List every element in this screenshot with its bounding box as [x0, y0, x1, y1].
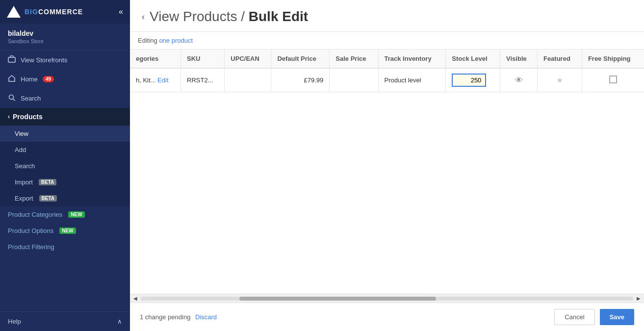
sidebar-item-options-label: Product Options — [8, 227, 53, 234]
col-default-price: Default Price — [271, 50, 330, 68]
stock-level-input[interactable] — [452, 74, 486, 87]
sidebar-item-add-label: Add — [15, 146, 26, 153]
hscroll-left-arrow[interactable]: ◀ — [132, 295, 139, 302]
sidebar-item-label-home: Home — [21, 76, 38, 83]
col-track-inventory: Track Inventory — [378, 50, 446, 68]
edit-link[interactable]: Edit — [157, 76, 168, 84]
store-name: Sandbox Store — [8, 38, 122, 44]
discard-link[interactable]: Discard — [195, 313, 217, 321]
sidebar-collapse-button[interactable]: « — [119, 7, 123, 16]
sidebar-item-product-categories[interactable]: Product Categories NEW — [0, 206, 130, 223]
editing-count: one product — [159, 37, 193, 44]
col-sku: SKU — [181, 50, 225, 68]
products-sub-items: View Add Search Import BETA Export BETA — [0, 126, 130, 206]
sidebar-item-export-label: Export — [15, 195, 33, 202]
categories-value: h, Kit... — [136, 76, 155, 84]
logo-triangle-icon — [7, 6, 21, 18]
table-container[interactable]: egories SKU UPC/EAN Default Price Sale P… — [130, 50, 644, 294]
sidebar: BIGCOMMERCE « bilaldev Sandbox Store Vie… — [0, 0, 130, 331]
options-new-badge: NEW — [59, 228, 76, 234]
cell-upc — [225, 68, 271, 92]
sidebar-item-home[interactable]: Home 49 — [0, 70, 130, 89]
products-section-label: Products — [13, 113, 43, 121]
logo-area: BIGCOMMERCE — [7, 6, 83, 18]
svg-rect-0 — [8, 57, 15, 62]
sidebar-item-label-storefronts: View Storefronts — [21, 56, 67, 64]
export-beta-badge: BETA — [39, 195, 57, 202]
page-title-part2: Bulk Edit — [249, 9, 308, 24]
main-content: ‹ View Products / Bulk Edit Editing one … — [130, 0, 644, 331]
sidebar-item-search[interactable]: Search — [0, 89, 130, 108]
sidebar-bottom: Help ∧ — [0, 311, 130, 331]
sidebar-item-search-products[interactable]: Search — [0, 158, 130, 174]
back-button[interactable]: ‹ — [142, 12, 145, 22]
page-title-part1: View Products / — [150, 9, 249, 24]
save-button[interactable]: Save — [600, 309, 634, 325]
cell-free-shipping[interactable] — [582, 68, 644, 92]
help-label: Help — [8, 318, 21, 325]
sidebar-help[interactable]: Help ∧ — [0, 312, 130, 331]
products-table: egories SKU UPC/EAN Default Price Sale P… — [130, 50, 644, 92]
col-stock-level: Stock Level — [446, 50, 500, 68]
table-row: h, Kit... Edit RRST2... £79.99 Product l… — [130, 68, 644, 92]
sidebar-item-label-search: Search — [21, 95, 41, 102]
editing-bar: Editing one product — [130, 32, 644, 50]
bottom-bar: 1 change pending Discard Cancel Save — [130, 303, 644, 331]
cell-visible[interactable]: 👁 — [500, 68, 538, 92]
sidebar-user: bilaldev Sandbox Store — [0, 24, 130, 51]
sidebar-item-product-options[interactable]: Product Options NEW — [0, 223, 130, 239]
username: bilaldev — [8, 29, 122, 37]
changes-info: 1 change pending Discard — [140, 313, 217, 321]
featured-star-icon[interactable]: ★ — [556, 76, 563, 84]
col-featured: Featured — [537, 50, 582, 68]
sidebar-item-add[interactable]: Add — [0, 142, 130, 158]
storefront-icon — [8, 55, 16, 65]
col-sale-price: Sale Price — [330, 50, 378, 68]
col-free-shipping: Free Shipping — [582, 50, 644, 68]
hscroll-bar[interactable]: ◀ ▶ — [130, 294, 644, 303]
home-icon — [8, 75, 16, 84]
sidebar-item-search-label: Search — [15, 162, 35, 170]
products-section-header[interactable]: ‹ Products — [0, 108, 130, 126]
bottom-actions: Cancel Save — [554, 309, 634, 325]
cell-sale-price — [330, 68, 378, 92]
cell-track-inventory: Product level — [378, 68, 446, 92]
table-header-row: egories SKU UPC/EAN Default Price Sale P… — [130, 50, 644, 68]
editing-label: Editing — [138, 37, 159, 44]
col-visible: Visible — [500, 50, 538, 68]
changes-text: 1 change pending — [140, 313, 190, 321]
sidebar-item-product-filtering[interactable]: Product Filtering — [0, 239, 130, 255]
col-upc: UPC/EAN — [225, 50, 271, 68]
cell-sku: RRST2... — [181, 68, 225, 92]
sidebar-header: BIGCOMMERCE « — [0, 0, 130, 24]
sidebar-item-export[interactable]: Export BETA — [0, 190, 130, 206]
col-categories: egories — [130, 50, 181, 68]
hscroll-right-arrow[interactable]: ▶ — [635, 295, 642, 302]
logo-text: BIGCOMMERCE — [25, 8, 83, 16]
help-chevron-icon: ∧ — [117, 318, 122, 325]
sidebar-item-storefronts[interactable]: View Storefronts — [0, 51, 130, 70]
cancel-button[interactable]: Cancel — [554, 309, 594, 325]
page-title: View Products / Bulk Edit — [150, 9, 308, 25]
sidebar-item-categories-label: Product Categories — [8, 211, 62, 218]
categories-new-badge: NEW — [68, 211, 84, 218]
free-shipping-checkbox[interactable] — [609, 76, 617, 83]
cell-categories: h, Kit... Edit — [130, 68, 181, 92]
hscroll-track[interactable] — [141, 297, 633, 301]
main-header: ‹ View Products / Bulk Edit — [130, 0, 644, 32]
sidebar-item-import[interactable]: Import BETA — [0, 174, 130, 190]
sidebar-item-import-label: Import — [15, 178, 33, 186]
sidebar-item-view[interactable]: View — [0, 126, 130, 142]
cell-stock-level[interactable] — [446, 68, 500, 92]
search-icon — [8, 94, 16, 103]
import-beta-badge: BETA — [39, 179, 56, 185]
cell-default-price: £79.99 — [271, 68, 330, 92]
cell-featured[interactable]: ★ — [537, 68, 582, 92]
hscroll-thumb[interactable] — [239, 297, 437, 301]
home-badge: 49 — [43, 76, 54, 82]
sidebar-item-filtering-label: Product Filtering — [8, 243, 54, 251]
sidebar-item-view-label: View — [15, 130, 28, 137]
products-chevron-icon: ‹ — [8, 113, 10, 120]
visible-eye-icon[interactable]: 👁 — [515, 76, 523, 84]
